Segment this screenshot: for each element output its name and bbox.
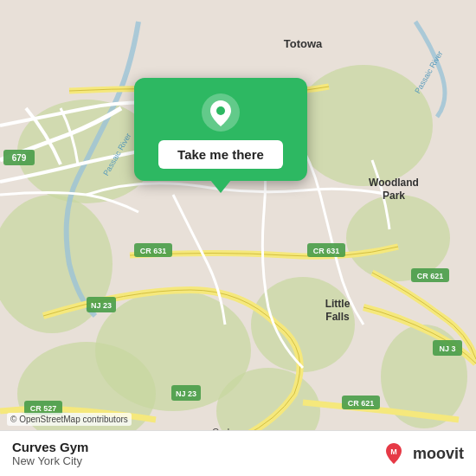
svg-text:679: 679 (12, 153, 27, 163)
bottom-bar: Curves Gym New York City M moovit (0, 430, 476, 476)
moovit-logo: M moovit (380, 440, 464, 467)
svg-point-4 (294, 65, 433, 186)
svg-text:CR 621: CR 621 (417, 272, 444, 280)
svg-text:Falls: Falls (325, 311, 350, 323)
svg-text:Little: Little (325, 298, 351, 310)
location-info: Curves Gym New York City (12, 440, 88, 467)
svg-text:CR 631: CR 631 (140, 247, 167, 255)
location-name: Curves Gym (12, 440, 88, 454)
moovit-brand-name: moovit (413, 445, 464, 463)
svg-text:CR 621: CR 621 (348, 399, 375, 408)
map-attribution: © OpenStreetMap contributors (7, 413, 132, 426)
svg-text:NJ 23: NJ 23 (176, 389, 196, 398)
location-pin-icon (202, 93, 240, 132)
svg-text:Totowa: Totowa (284, 37, 323, 50)
moovit-brand-icon: M (380, 440, 408, 467)
map-container: 679 CR 640 Totowa Woodland Park CR 631 C… (0, 0, 476, 476)
svg-point-40 (216, 106, 225, 115)
svg-text:NJ 23: NJ 23 (91, 301, 112, 310)
map-background: 679 CR 640 Totowa Woodland Park CR 631 C… (0, 0, 476, 476)
svg-text:Woodland: Woodland (369, 177, 419, 189)
svg-text:NJ 3: NJ 3 (439, 344, 455, 353)
take-me-there-button[interactable]: Take me there (158, 140, 283, 169)
location-popup: Take me there (134, 78, 307, 181)
svg-text:Park: Park (383, 190, 405, 202)
svg-text:CR 631: CR 631 (313, 247, 340, 255)
location-city: New York City (12, 454, 88, 467)
svg-text:M: M (390, 447, 397, 456)
svg-text:CR 527: CR 527 (30, 404, 57, 413)
